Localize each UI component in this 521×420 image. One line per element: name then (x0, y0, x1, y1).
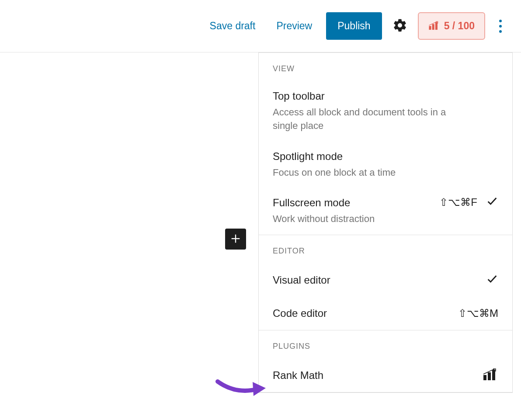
check-icon (486, 273, 498, 288)
fullscreen-mode-option[interactable]: Fullscreen mode Work without distraction… (259, 188, 512, 235)
svg-rect-7 (492, 370, 495, 380)
menu-label: Spotlight mode (273, 149, 498, 164)
menu-label: Code editor (273, 305, 327, 321)
content-area: VIEW Top toolbar Access all block and do… (0, 52, 521, 420)
rank-math-option[interactable]: Rank Math (259, 359, 512, 392)
plugins-section-header: PLUGINS (259, 330, 512, 359)
editor-section-header: EDITOR (259, 235, 512, 264)
menu-label: Rank Math (273, 368, 323, 383)
gear-icon (392, 18, 407, 34)
plus-icon (229, 233, 242, 246)
spotlight-mode-option[interactable]: Spotlight mode Focus on one block at a t… (259, 142, 512, 188)
editor-toolbar: Save draft Preview Publish 5 / 100 (0, 0, 521, 52)
seo-score-value: 5 / 100 (444, 20, 475, 32)
rankmath-icon (428, 21, 440, 32)
svg-rect-1 (432, 24, 434, 30)
seo-score-badge[interactable]: 5 / 100 (418, 12, 485, 40)
menu-desc: Access all block and document tools in a… (273, 106, 456, 133)
keyboard-shortcut: ⇧⌥⌘M (458, 307, 498, 319)
menu-desc: Focus on one block at a time (273, 166, 456, 180)
svg-rect-5 (483, 375, 486, 380)
add-block-button[interactable] (225, 229, 246, 250)
settings-button[interactable] (389, 14, 411, 38)
code-editor-option[interactable]: Code editor ⇧⌥⌘M (259, 297, 512, 330)
menu-label: Visual editor (273, 272, 330, 288)
preview-button[interactable]: Preview (269, 16, 319, 36)
menu-label: Fullscreen mode (273, 195, 434, 211)
check-icon (486, 195, 498, 210)
save-draft-button[interactable]: Save draft (203, 16, 263, 36)
rankmath-icon (483, 368, 498, 383)
keyboard-shortcut: ⇧⌥⌘F (439, 196, 477, 208)
divider (259, 392, 512, 392)
more-menu-button[interactable] (492, 16, 509, 36)
visual-editor-option[interactable]: Visual editor (259, 264, 512, 297)
options-dropdown: VIEW Top toolbar Access all block and do… (258, 52, 513, 393)
menu-label: Top toolbar (273, 88, 498, 104)
svg-rect-0 (429, 26, 431, 30)
svg-rect-6 (488, 372, 491, 380)
publish-button[interactable]: Publish (326, 12, 382, 40)
dots-icon (499, 20, 502, 22)
top-toolbar-option[interactable]: Top toolbar Access all block and documen… (259, 81, 512, 142)
menu-desc: Work without distraction (273, 212, 434, 226)
svg-rect-2 (435, 22, 438, 29)
view-section-header: VIEW (259, 53, 512, 81)
